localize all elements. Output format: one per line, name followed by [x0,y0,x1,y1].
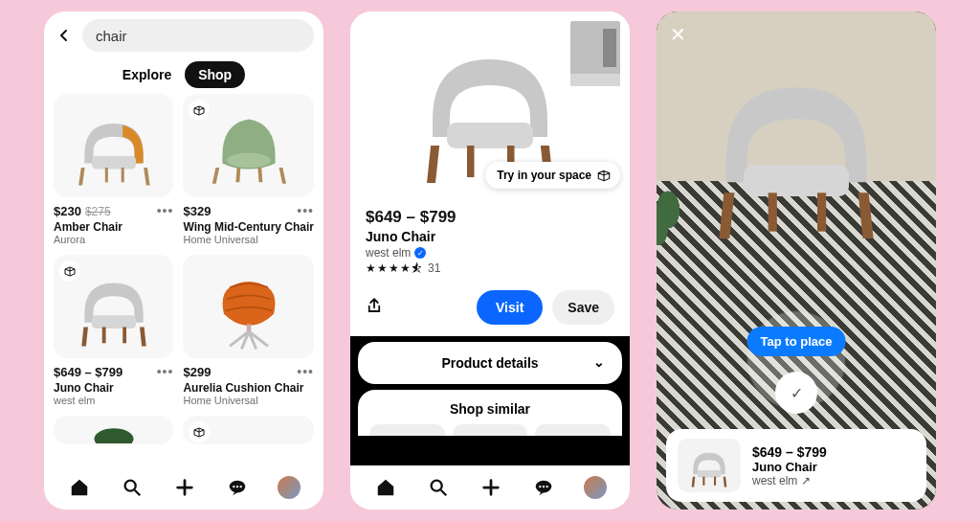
rating[interactable]: ★★★★⯪31 [366,261,614,275]
more-icon[interactable]: ••• [297,203,314,218]
product-hero: Try in your space [350,11,630,198]
search-input[interactable]: chair [82,19,314,52]
product-name: Juno Chair [366,229,614,244]
product-name: Wing Mid-Century Chair [183,220,314,234]
svg-point-26 [546,486,547,487]
phone-product-detail: Try in your space $649 – $799 Juno Chair… [350,11,630,510]
svg-point-16 [94,428,133,443]
nav-messages-icon[interactable] [225,475,250,500]
product-name: Aurelia Cushion Chair [183,381,314,395]
product-brand: Home Universal [183,395,314,406]
tab-explore[interactable]: Explore [122,67,171,82]
product-price: $649 – $799 [366,208,614,227]
ar-badge-icon [189,421,210,442]
nav-create-icon[interactable] [172,475,197,500]
product-card[interactable]: $230$275 ••• Amber Chair Aurora [54,94,173,245]
product-price: $329 [183,204,211,218]
product-grid: $230$275 ••• Amber Chair Aurora $329 •••… [44,94,323,465]
ar-card-name: Juno Chair [752,460,827,474]
result-tabs: Explore Shop [44,56,323,94]
product-image [54,94,173,197]
product-price: $230$275 [54,204,111,218]
more-icon[interactable]: ••• [157,203,174,218]
close-icon[interactable]: ✕ [670,23,686,46]
product-price: $649 – $799 [54,365,122,379]
bottom-nav [44,465,323,510]
more-icon[interactable]: ••• [297,364,314,379]
rating-count: 31 [428,261,440,275]
product-info: $649 – $799 Juno Chair west elm ✓ ★★★★⯪3… [350,198,630,283]
nav-search-icon[interactable] [120,475,145,500]
nav-search-icon[interactable] [426,475,451,500]
phone-search-results: chair Explore Shop $230$275 ••• Amber Ch… [44,11,323,510]
product-brand: Aurora [54,234,173,245]
detail-sections: Product details ⌄ Shop similar [350,336,630,465]
visit-button[interactable]: Visit [477,290,543,325]
svg-point-20 [236,486,238,487]
svg-point-21 [239,486,241,487]
product-image [183,94,314,197]
product-image [183,416,314,444]
save-button[interactable]: Save [552,290,614,325]
nav-create-icon[interactable] [479,475,503,500]
svg-point-25 [543,486,545,487]
scene-plant [657,191,685,306]
bottom-nav [350,465,630,510]
phone-ar-view: ✕ Tap to place ✓ $649 – $799 Juno Chair … [657,11,936,510]
share-icon[interactable] [366,297,383,318]
confirm-knob[interactable]: ✓ [775,372,817,414]
product-brand: west elm [54,395,173,406]
ar-product-model[interactable] [691,38,902,249]
action-row: Visit Save [350,283,630,336]
product-card[interactable] [54,416,173,444]
back-button[interactable] [54,25,75,46]
product-price: $299 [183,365,211,379]
rating-stars: ★★★★⯪ [366,261,424,275]
product-image [54,255,173,358]
nav-profile-avatar[interactable] [584,476,607,499]
product-image [183,255,314,358]
product-image [54,416,173,444]
product-card[interactable]: $649 – $799 ••• Juno Chair west elm [54,255,173,406]
more-icon[interactable]: ••• [157,364,174,379]
try-in-space-label: Try in your space [497,169,591,182]
ar-card-price: $649 – $799 [752,444,827,460]
svg-point-24 [539,486,541,487]
ar-cube-icon [597,168,611,183]
ar-product-card[interactable]: $649 – $799 Juno Chair west elm ↗ [666,429,926,502]
room-preview-thumb[interactable] [568,19,622,88]
product-card[interactable] [183,416,314,444]
try-in-space-button[interactable]: Try in your space [485,162,620,189]
shop-similar-section[interactable]: Shop similar [358,390,622,436]
product-brand: Home Universal [183,234,314,245]
tap-to-place-button[interactable]: Tap to place [747,327,846,356]
search-row: chair [44,11,323,56]
nav-messages-icon[interactable] [531,475,556,500]
product-name: Amber Chair [54,220,173,234]
ar-card-thumb [678,439,741,492]
tab-shop[interactable]: Shop [185,61,245,88]
product-name: Juno Chair [54,381,173,395]
svg-point-22 [432,481,442,491]
svg-point-17 [125,481,136,491]
product-brand[interactable]: west elm ✓ [366,246,614,260]
product-card[interactable]: $329 ••• Wing Mid-Century Chair Home Uni… [183,94,314,245]
ar-card-brand: west elm ↗ [752,474,827,487]
nav-profile-avatar[interactable] [278,476,301,499]
product-card[interactable]: $299 ••• Aurelia Cushion Chair Home Univ… [183,255,314,406]
svg-point-19 [233,486,234,487]
ar-scene[interactable]: ✕ Tap to place ✓ $649 – $799 Juno Chair … [657,11,936,510]
chevron-down-icon: ⌄ [593,354,605,370]
product-details-section[interactable]: Product details ⌄ [358,342,622,384]
nav-home-icon[interactable] [67,475,92,500]
nav-home-icon[interactable] [373,475,398,500]
verified-badge-icon: ✓ [414,247,426,259]
ar-badge-icon [59,260,80,282]
